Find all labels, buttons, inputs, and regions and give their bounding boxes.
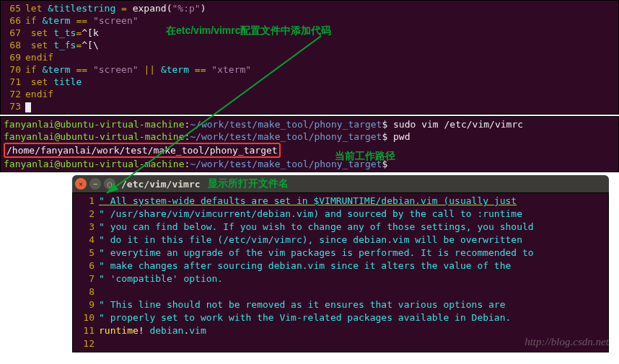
line-number: 65 [4,2,21,14]
line-number: 72 [4,88,21,100]
close-icon[interactable]: × [75,178,87,190]
line-number: 6 [76,259,95,272]
line-number: 11 [76,324,95,337]
code-line: 5" everytime an upgrade of the vim packa… [76,247,605,259]
code-line: 70if &term == "screen" || &term == "xter… [4,63,615,76]
line-number: 9 [76,298,95,311]
line-number: 73 [4,100,21,112]
code-line: 12 [76,337,605,350]
window-title: /etc/vim/vimrc [121,179,201,190]
line-number: 68 [4,39,21,51]
terminal[interactable]: fanyanlai@ubuntu-virtual-machine:~/work/… [0,116,619,172]
code-line: 4" do it in this file (/etc/vim/vimrc), … [76,234,605,247]
line-number: 8 [76,285,95,298]
maximize-icon[interactable]: ▢ [104,178,115,190]
line-number: 3 [76,221,95,234]
line-number: 2 [76,208,95,221]
line-number: 10 [76,311,95,324]
code-line: 9" This line should not be removed as it… [76,298,605,311]
code-line: 71 set title [4,76,615,88]
line-number: 70 [4,63,21,76]
vimrc-editor-bottom: 1" All system-wide defaults are set in $… [72,192,609,352]
terminal-line: fanyanlai@ubuntu-virtual-machine:~/work/… [4,158,615,170]
line-number: 71 [4,76,21,88]
line-number: 4 [76,234,95,247]
annotation-config: 在etc/vim/vimrc配置文件中添加代码 [166,25,332,37]
code-line: 68 set t_fs=^[\ [4,39,615,51]
annotation-title: 显示所打开文件名 [208,177,289,190]
code-line: 69endif [4,51,615,63]
code-line: 73 [4,100,615,112]
vimrc-editor-top: 65let &titlestring = expand("%:p")66if &… [0,0,619,115]
code-line: 65let &titlestring = expand("%:p") [4,2,615,14]
highlighted-output: /home/fanyanlai/work/test/make_tool/phon… [4,143,281,158]
code-line: 1" All system-wide defaults are set in $… [76,195,605,208]
line-number: 66 [4,14,21,27]
line-number: 7 [76,272,95,285]
code-line: 6" make changes after sourcing debian.vi… [76,259,605,272]
code-line: 3" you can find below. If you wish to ch… [76,221,605,234]
terminal-line: fanyanlai@ubuntu-virtual-machine:~/work/… [4,118,615,130]
vimrc-window: × − ▢ /etc/vim/vimrc 显示所打开文件名 1" All sys… [72,175,609,352]
terminal-line: fanyanlai@ubuntu-virtual-machine:~/work/… [4,130,615,143]
code-line: 10" properly set to work with the Vim-re… [76,311,605,324]
cursor [25,102,31,112]
code-line: 8 [76,285,605,298]
code-line: 7" 'compatible' option. [76,272,605,285]
code-line: 11runtime! debian.vim [76,324,605,337]
line-number: 69 [4,51,21,63]
code-line: 72endif [4,88,615,100]
annotation-cwd: 当前工作路径 [335,150,395,163]
terminal-line: /home/fanyanlai/work/test/make_tool/phon… [4,143,615,158]
minimize-icon[interactable]: − [89,178,101,190]
line-number: 67 [4,27,21,39]
line-number: 12 [76,337,95,350]
line-number: 1 [76,195,95,208]
code-line: 2" /usr/share/vim/vimcurrent/debian.vim)… [76,208,605,221]
window-titlebar: × − ▢ /etc/vim/vimrc 显示所打开文件名 [72,175,609,192]
line-number: 5 [76,247,95,259]
